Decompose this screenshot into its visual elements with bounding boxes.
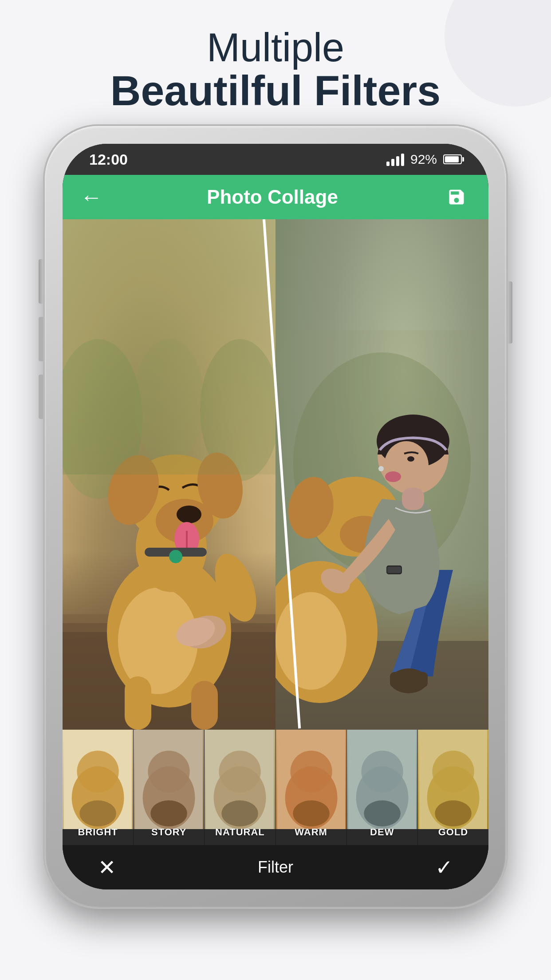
cancel-button[interactable]: ✕ bbox=[98, 855, 116, 880]
svg-point-44 bbox=[77, 751, 118, 792]
filter-thumb-dew bbox=[347, 730, 417, 829]
battery-icon bbox=[443, 154, 462, 164]
person-svg bbox=[276, 219, 488, 730]
thumb-img bbox=[418, 730, 488, 829]
phone-screen: 12:00 92% ← Photo Collage bbox=[63, 144, 488, 889]
filter-thumb-natural bbox=[205, 730, 275, 829]
bottom-bar: ✕ Filter ✓ bbox=[63, 845, 488, 889]
thumb-img bbox=[276, 730, 346, 829]
svg-point-61 bbox=[364, 800, 401, 826]
filter-item-gold[interactable]: GOLD bbox=[418, 730, 488, 845]
filter-item-story[interactable]: STORY bbox=[134, 730, 205, 845]
main-image-area bbox=[63, 219, 488, 730]
filter-thumb-gold bbox=[418, 730, 488, 829]
filter-item-dew[interactable]: DEW bbox=[347, 730, 418, 845]
svg-point-19 bbox=[169, 550, 182, 563]
svg-rect-41 bbox=[402, 488, 424, 510]
svg-rect-33 bbox=[387, 567, 401, 573]
status-bar: 12:00 92% bbox=[63, 144, 488, 175]
filter-item-bright[interactable]: BRIGHT bbox=[63, 730, 134, 845]
person-scene bbox=[276, 219, 488, 730]
header-section: Multiple Beautilful Filters bbox=[110, 27, 441, 113]
signal-icon bbox=[386, 153, 404, 166]
thumb-img bbox=[63, 730, 133, 829]
svg-point-65 bbox=[435, 800, 472, 826]
filter-label-bright: BRIGHT bbox=[78, 826, 118, 838]
save-button[interactable] bbox=[442, 183, 471, 211]
filter-thumb-story bbox=[134, 730, 204, 829]
svg-point-26 bbox=[276, 592, 346, 690]
svg-point-38 bbox=[385, 471, 401, 482]
svg-point-2 bbox=[134, 339, 205, 463]
thumb-img bbox=[205, 730, 275, 829]
svg-point-64 bbox=[432, 751, 474, 792]
thumb-img bbox=[347, 730, 417, 829]
toolbar-title: Photo Collage bbox=[207, 186, 338, 208]
bg-decoration bbox=[445, 0, 551, 107]
confirm-button[interactable]: ✓ bbox=[435, 855, 453, 880]
svg-rect-31 bbox=[390, 672, 428, 688]
svg-point-40 bbox=[378, 466, 384, 471]
svg-point-45 bbox=[79, 800, 116, 826]
filter-label-story: STORY bbox=[151, 826, 187, 838]
svg-rect-17 bbox=[191, 681, 218, 730]
svg-point-37 bbox=[384, 441, 429, 490]
status-icons: 92% bbox=[386, 152, 462, 167]
filter-bar: BRIGHT STORY bbox=[63, 730, 488, 845]
phone-wrapper: 12:00 92% ← Photo Collage bbox=[45, 126, 506, 907]
thumb-img bbox=[134, 730, 204, 829]
back-button[interactable]: ← bbox=[80, 184, 102, 210]
svg-point-49 bbox=[150, 800, 187, 826]
svg-rect-16 bbox=[125, 676, 151, 730]
svg-point-39 bbox=[407, 456, 414, 462]
app-toolbar: ← Photo Collage bbox=[63, 175, 488, 219]
svg-point-52 bbox=[219, 751, 261, 792]
svg-point-60 bbox=[361, 751, 403, 792]
filter-label-dew: DEW bbox=[370, 826, 394, 838]
save-icon bbox=[447, 187, 466, 207]
header-line2: Beautilful Filters bbox=[110, 69, 441, 113]
filter-item-warm[interactable]: WARM bbox=[276, 730, 347, 845]
phone-outer: 12:00 92% ← Photo Collage bbox=[45, 126, 506, 907]
svg-point-48 bbox=[148, 751, 190, 792]
dog-svg bbox=[63, 219, 276, 730]
svg-point-56 bbox=[290, 751, 332, 792]
filter-thumb-bright bbox=[63, 730, 133, 829]
filter-item-natural[interactable]: NATURAL bbox=[205, 730, 276, 845]
filter-thumb-warm bbox=[276, 730, 346, 829]
image-right bbox=[276, 219, 488, 730]
svg-point-1 bbox=[200, 339, 276, 481]
filter-label-natural: NATURAL bbox=[215, 826, 265, 838]
image-left bbox=[63, 219, 276, 730]
filter-label-warm: WARM bbox=[295, 826, 327, 838]
filter-label-gold: GOLD bbox=[438, 826, 468, 838]
header-line1: Multiple bbox=[110, 27, 441, 69]
status-time: 12:00 bbox=[89, 151, 128, 168]
battery-percent: 92% bbox=[410, 152, 437, 167]
svg-point-53 bbox=[222, 800, 259, 826]
svg-point-57 bbox=[293, 800, 330, 826]
bottom-label: Filter bbox=[258, 858, 293, 877]
dog-scene bbox=[63, 219, 276, 730]
battery-fill bbox=[445, 156, 459, 162]
svg-point-11 bbox=[177, 506, 201, 523]
